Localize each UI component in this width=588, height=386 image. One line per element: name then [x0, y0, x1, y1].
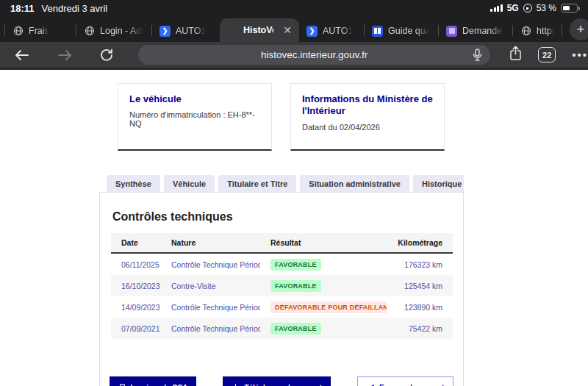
table-row: 07/09/2021 Contrôle Technique Périodique… [111, 318, 453, 339]
col-header-resultat: Résultat [260, 238, 387, 247]
browser-tab-https[interactable]: https: [513, 20, 562, 42]
inspection-km: 176323 km [387, 260, 453, 269]
address-bar[interactable]: histovec.interieur.gouv.fr [138, 45, 490, 65]
orientation-lock-icon [523, 4, 532, 12]
share-icon[interactable] [509, 46, 522, 64]
inspection-nature: Contrôle Technique Périodique [161, 260, 260, 269]
button-label: Télécharger le rapport [244, 384, 322, 386]
inspection-date: 16/10/2023 [111, 282, 161, 290]
tab-label: Guide qualité [388, 26, 431, 36]
browser-tab-histovec-active[interactable]: HistoVec ✕ [220, 18, 299, 42]
battery-percent-label: 53 % [537, 3, 556, 13]
screen: 18:11 Vendredi 3 avril 5G 53 % Frais [0, 0, 588, 386]
inspection-km: 123890 km [387, 303, 453, 312]
vehicle-card: Le véhicule Numéro d'immatriculation : E… [118, 83, 272, 151]
browser-tab-frais[interactable]: Frais [5, 20, 76, 42]
battery-icon [561, 4, 578, 12]
report-date: Datant du 02/04/2026 [302, 123, 433, 132]
auto1-favicon: ❯ [306, 26, 318, 37]
inspection-km: 125454 km [387, 282, 453, 290]
browser-tab-guide-qualite[interactable]: Guide qualité [365, 20, 438, 42]
french-flag-favicon [227, 26, 238, 35]
close-tab-icon[interactable]: ✕ [283, 24, 292, 36]
browser-tab-login-admin[interactable]: Login - Admi [76, 20, 151, 42]
table-row: 14/09/2023 Contrôle Technique Périodique… [111, 296, 453, 318]
controls-panel: Contrôles techniques Date Nature Résulta… [99, 192, 464, 386]
col-header-kilometrage: Kilométrage [387, 238, 453, 247]
url-text: histovec.interieur.gouv.fr [261, 49, 368, 60]
tab-label: https: [537, 26, 554, 36]
globe-icon [12, 26, 24, 37]
tab-switcher-button[interactable]: 22 [538, 47, 556, 62]
inspection-km: 75422 km [387, 324, 453, 333]
table-row: 16/10/2023 Contre-Visite FAVORABLE 12545… [111, 275, 453, 296]
ministry-info-card: Informations du Ministère de l'Intérieur… [290, 83, 445, 151]
inspection-date: 07/09/2021 [111, 324, 161, 333]
tab-titulaire-et-titre[interactable]: Titulaire et Titre [218, 175, 296, 193]
clock: 18:11 [10, 3, 35, 14]
globe-icon [84, 26, 95, 37]
result-badge: FAVORABLE [270, 259, 321, 271]
result-badge: DÉFAVORABLE POUR DÉFAILLANCES MAJEURES [270, 301, 387, 313]
table-header-row: Date Nature Résultat Kilométrage [111, 233, 453, 254]
status-icons: 5G 53 % [490, 3, 578, 13]
document-favicon [372, 26, 383, 37]
browser-nav-bar: histovec.interieur.gouv.fr 22 ••• [0, 42, 588, 68]
tab-situation-administrative[interactable]: Situation administrative [300, 175, 409, 193]
tab-historique[interactable]: Historique [413, 175, 464, 193]
report-tab-bar: Synthèse Véhicule Titulaire et Titre Sit… [99, 174, 464, 193]
forward-icon[interactable] [53, 49, 78, 61]
auto1-favicon: ❯ [159, 26, 171, 37]
col-header-date: Date [111, 238, 161, 247]
result-badge: FAVORABLE [270, 323, 321, 335]
inspection-date: 14/09/2023 [111, 303, 161, 312]
card-title: Le véhicule [129, 93, 260, 105]
table-row: 06/11/2025 Contrôle Technique Périodique… [111, 254, 453, 275]
nav-right-actions: 22 ••• [509, 46, 588, 64]
inspection-date: 06/11/2025 [111, 260, 161, 269]
inspection-nature: Contrôle Technique Périodique [161, 303, 260, 312]
date-label: Vendredi 3 avril [42, 3, 108, 14]
globe-icon [520, 26, 531, 37]
tab-synthese[interactable]: Synthèse [107, 175, 160, 193]
signal-strength-icon [490, 4, 503, 12]
tab-label: HistoVec [243, 25, 273, 35]
download-report-button[interactable]: Télécharger le rapport [223, 376, 331, 386]
result-badge: FAVORABLE [270, 280, 321, 292]
col-header-nature: Nature [161, 238, 260, 247]
inspection-nature: Contrôle Technique Périodique [161, 324, 260, 333]
inspection-nature: Contre-Visite [161, 282, 260, 290]
tab-divider [562, 25, 562, 36]
section-title: Contrôles techniques [112, 210, 233, 224]
status-bar: 18:11 Vendredi 3 avril 5G 53 % [0, 0, 588, 16]
histovec-page: Le véhicule Numéro d'immatriculation : E… [0, 70, 588, 386]
tab-label: Login - Admi [100, 26, 144, 36]
back-icon[interactable] [9, 49, 34, 61]
tab-vehicule[interactable]: Véhicule [164, 175, 215, 193]
tab-label: Demande ag [462, 26, 505, 36]
network-type-label: 5G [507, 3, 519, 13]
microphone-icon[interactable] [473, 49, 482, 64]
browser-tab-auto1-2[interactable]: ❯ AUTO1 [299, 20, 364, 42]
send-report-button[interactable]: Envoyer le rapport [357, 376, 453, 386]
tab-label: AUTO1 [176, 26, 206, 36]
button-label: Envoyer le rapport [379, 384, 444, 386]
print-csa-button[interactable]: Imprimer le CSA [110, 376, 197, 386]
registration-number: Numéro d'immatriculation : EH-8**-NQ [129, 110, 260, 128]
summary-cards: Le véhicule Numéro d'immatriculation : E… [118, 83, 445, 151]
browser-tab-demande[interactable]: Demande ag [439, 20, 512, 42]
report-actions: Imprimer le CSA Télécharger le rapport E… [99, 376, 464, 386]
purple-app-favicon [446, 26, 457, 37]
new-tab-button[interactable]: + [570, 18, 588, 40]
button-label: Imprimer le CSA [131, 384, 188, 386]
tab-label: AUTO1 [323, 26, 353, 36]
technical-inspections-table: Date Nature Résultat Kilométrage 06/11/2… [111, 233, 453, 339]
card-title: Informations du Ministère de l'Intérieur [302, 93, 433, 118]
browser-top-chrome: 18:11 Vendredi 3 avril 5G 53 % Frais [0, 0, 588, 42]
browser-tab-auto1[interactable]: ❯ AUTO1 [152, 20, 220, 42]
overflow-menu-icon[interactable]: ••• [572, 49, 588, 61]
reload-icon[interactable] [94, 49, 119, 62]
browser-tab-strip: Frais Login - Admi ❯ AUTO1 HistoVec ✕ ❯ [0, 16, 588, 42]
tab-label: Frais [29, 26, 49, 36]
